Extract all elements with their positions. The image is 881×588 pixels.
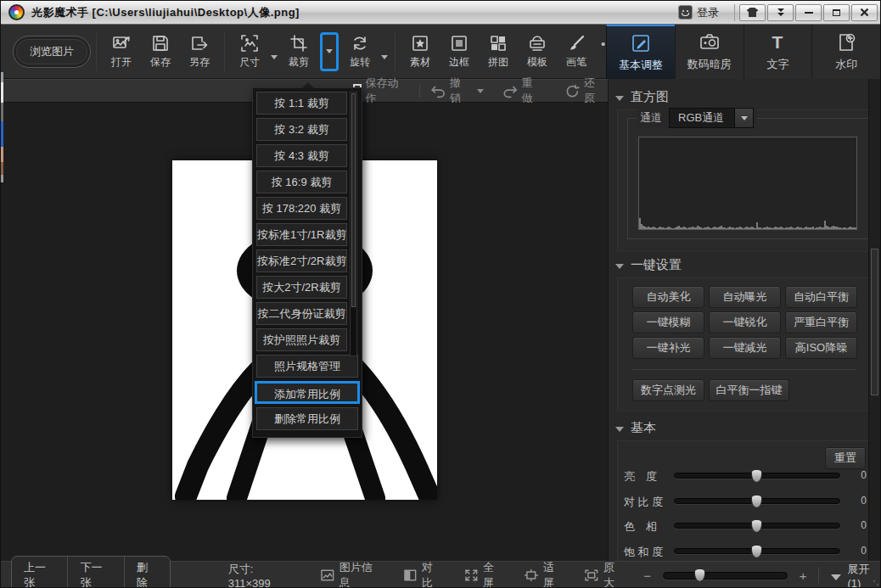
- fullscreen-button[interactable]: 全屏: [465, 560, 504, 588]
- tab-watermark[interactable]: 水印: [811, 25, 880, 79]
- maximize-button[interactable]: [823, 4, 850, 21]
- rotate-label: 旋转: [350, 55, 370, 70]
- panel-scrollbar-thumb[interactable]: [871, 249, 878, 395]
- save-button[interactable]: 保存: [141, 30, 180, 74]
- resize-button[interactable]: 尺寸: [230, 30, 269, 74]
- hue-slider[interactable]: [674, 523, 840, 529]
- onekey-blur-button[interactable]: 一键模糊: [632, 311, 704, 333]
- template-button[interactable]: 模板: [518, 30, 557, 74]
- menu-item-crop-3-2[interactable]: 按 3:2 裁剪: [256, 118, 347, 141]
- frame-button[interactable]: 边框: [440, 30, 479, 74]
- next-button[interactable]: 下一张: [67, 557, 123, 588]
- brush-button[interactable]: 画笔: [557, 30, 596, 74]
- auto-whitebalance-button[interactable]: 自动白平衡: [785, 286, 857, 308]
- menu-item-spec-manager[interactable]: 照片规格管理: [256, 355, 358, 378]
- crop-button[interactable]: 裁剪: [279, 30, 318, 74]
- tab-label: 数码暗房: [687, 57, 732, 72]
- menu-item-crop-passport[interactable]: 按护照照片裁剪: [256, 328, 347, 351]
- resize-grip[interactable]: [873, 580, 879, 586]
- fit-screen-button[interactable]: 适屏: [525, 560, 564, 588]
- undo-dropdown-arrow[interactable]: [477, 89, 484, 93]
- undo-button[interactable]: 撤销: [450, 76, 470, 106]
- panel-scrollbar[interactable]: [868, 79, 880, 561]
- minimize-icon: [805, 12, 813, 14]
- onekey-section-header[interactable]: 一键设置: [615, 257, 682, 273]
- close-button[interactable]: [851, 4, 878, 21]
- tab-basic-adjust[interactable]: 基本调整: [606, 25, 675, 79]
- menu-item-crop-16-9[interactable]: 按 16:9 裁剪: [256, 171, 347, 193]
- onekey-filllight-button[interactable]: 一键补光: [632, 337, 704, 359]
- menu-item-crop-178-220[interactable]: 按 178:220 裁剪: [256, 197, 347, 220]
- high-iso-denoise-button[interactable]: 高ISO降噪: [785, 337, 857, 359]
- slider-thumb[interactable]: [751, 469, 762, 483]
- double-chevron-down-icon: [777, 8, 784, 16]
- channel-select[interactable]: RGB通道: [669, 108, 735, 128]
- skin-button[interactable]: [739, 4, 766, 21]
- histogram-section-header[interactable]: 直方图: [615, 89, 669, 105]
- channel-select-arrow[interactable]: [735, 108, 754, 128]
- digital-spot-metering-button[interactable]: 数字点测光: [632, 379, 704, 401]
- material-button[interactable]: 素材: [401, 30, 440, 74]
- saturation-slider[interactable]: [674, 548, 840, 554]
- contrast-slider[interactable]: [674, 498, 840, 504]
- slider-thumb[interactable]: [751, 495, 762, 508]
- severe-whitebalance-button[interactable]: 严重白平衡: [785, 311, 857, 333]
- redo-button[interactable]: 重做: [522, 76, 542, 106]
- save-as-button[interactable]: 另存: [180, 30, 219, 74]
- crop-ratio-menu: 按 1:1 裁剪 按 3:2 裁剪 按 4:3 裁剪 按 16:9 裁剪 按 1…: [252, 87, 362, 438]
- reset-button[interactable]: 重置: [825, 447, 866, 469]
- minimize-button[interactable]: [795, 4, 822, 21]
- compare-button[interactable]: 对比: [404, 560, 443, 588]
- previous-button[interactable]: 上一张: [12, 557, 67, 588]
- original-size-button[interactable]: 原大: [585, 560, 625, 588]
- login-button[interactable]: 登录: [678, 5, 719, 20]
- menu-item-crop-large2inch[interactable]: 按大2寸/2R裁剪: [256, 276, 347, 299]
- zoom-slider-thumb[interactable]: [694, 568, 705, 582]
- menu-scrollbar-thumb[interactable]: [351, 93, 356, 307]
- brightness-slider[interactable]: [674, 473, 840, 479]
- save-action-button[interactable]: 保存动作: [365, 76, 406, 106]
- menu-item-crop-idcard[interactable]: 按二代身份证裁剪: [256, 302, 347, 325]
- collapse-button[interactable]: [767, 4, 794, 21]
- crop-dropdown-arrow: [326, 49, 333, 53]
- browse-images-button[interactable]: 浏览图片: [13, 36, 91, 68]
- auto-beautify-button[interactable]: 自动美化: [632, 286, 704, 308]
- action-separator: [419, 84, 420, 98]
- menu-item-crop-1inch[interactable]: 按标准1寸/1R裁剪: [256, 223, 347, 246]
- image-info-icon: [321, 569, 334, 581]
- zoom-out-button[interactable]: −: [643, 568, 651, 583]
- menu-item-crop-4-3[interactable]: 按 4:3 裁剪: [256, 144, 347, 167]
- toolbar-separator: [395, 32, 396, 71]
- status-bar: 上一张 下一张 删除 尺寸: 311×399 图片信息 对比 全屏 适屏 原大 …: [1, 561, 881, 588]
- crop-dropdown-highlight[interactable]: [320, 32, 339, 71]
- whitebalance-onetouch-button[interactable]: 白平衡一指键: [709, 379, 789, 401]
- delete-button[interactable]: 删除: [124, 557, 170, 588]
- rotate-button[interactable]: 旋转: [340, 30, 379, 74]
- menu-item-crop-1-1[interactable]: 按 1:1 裁剪: [256, 92, 347, 115]
- menu-item-add-common-ratio[interactable]: 添加常用比例: [255, 381, 360, 404]
- menu-scrollbar[interactable]: [350, 92, 357, 356]
- basic-section-header[interactable]: 基本: [615, 420, 656, 436]
- onekey-sharpen-button[interactable]: 一键锐化: [709, 311, 781, 333]
- restore-button[interactable]: 还原: [584, 76, 604, 106]
- zoom-in-button[interactable]: +: [800, 568, 807, 583]
- slider-thumb[interactable]: [751, 519, 762, 533]
- template-label: 模板: [527, 55, 547, 70]
- collage-button[interactable]: 拼图: [479, 30, 518, 74]
- slider-thumb[interactable]: [751, 545, 762, 558]
- image-info-button[interactable]: 图片信息: [321, 560, 382, 588]
- image-size-text: 尺寸: 311×399: [228, 562, 297, 588]
- onekey-dimlight-button[interactable]: 一键减光: [709, 337, 781, 359]
- statusbar-separator: [818, 568, 819, 583]
- tab-darkroom[interactable]: 数码暗房: [675, 25, 744, 79]
- rotate-icon: [351, 34, 369, 53]
- menu-item-crop-2inch[interactable]: 按标准2寸/2R裁剪: [256, 249, 347, 272]
- auto-exposure-button[interactable]: 自动曝光: [709, 286, 781, 308]
- close-icon: [860, 8, 869, 17]
- zoom-slider[interactable]: [663, 572, 788, 580]
- resize-dropdown-arrow[interactable]: [271, 55, 278, 59]
- menu-item-delete-common-ratio[interactable]: 删除常用比例: [256, 407, 358, 430]
- tab-text[interactable]: T 文字: [744, 25, 812, 79]
- rotate-dropdown-arrow[interactable]: [381, 55, 388, 59]
- open-button[interactable]: 打开: [102, 30, 141, 74]
